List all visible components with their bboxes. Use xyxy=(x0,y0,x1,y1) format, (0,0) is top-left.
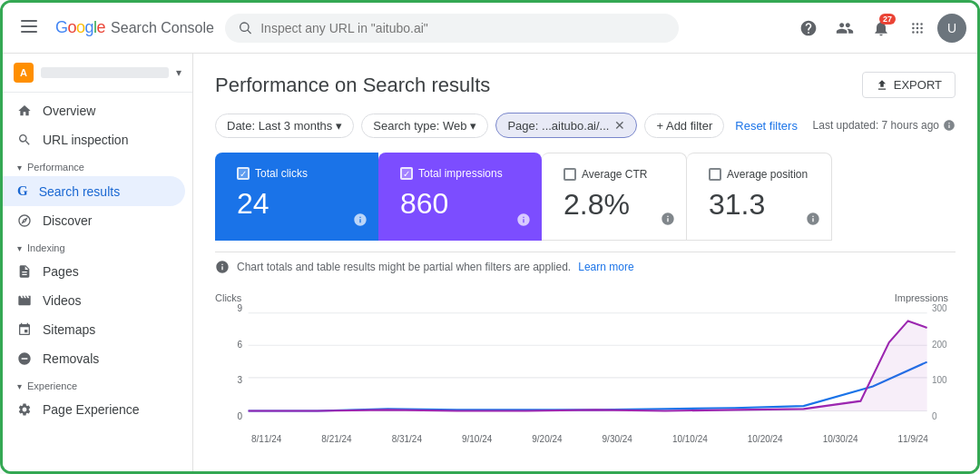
sidebar-item-pages[interactable]: Pages xyxy=(3,257,185,286)
notification-badge: 27 xyxy=(879,14,896,25)
position-checkbox[interactable] xyxy=(709,168,721,181)
export-button[interactable]: EXPORT xyxy=(862,72,956,98)
svg-marker-7 xyxy=(249,321,927,410)
property-dropdown-arrow: ▾ xyxy=(176,66,181,79)
position-info-icon[interactable] xyxy=(806,212,820,229)
url-search-input[interactable] xyxy=(260,21,664,35)
overview-label: Overview xyxy=(43,104,95,118)
indexing-section-label: Indexing xyxy=(27,242,65,253)
chart-svg xyxy=(215,303,956,430)
sitemaps-label: Sitemaps xyxy=(43,322,95,337)
page-experience-label: Page Experience xyxy=(43,402,140,417)
logo-subtitle: Search Console xyxy=(111,20,214,36)
url-inspect-icon xyxy=(17,133,32,147)
performance-section-label: Performance xyxy=(27,162,84,173)
search-bar-icon xyxy=(240,22,251,35)
impressions-value: 860 xyxy=(400,187,520,221)
menu-icon[interactable] xyxy=(14,11,44,44)
notifications-button[interactable]: 27 xyxy=(865,12,897,44)
videos-icon xyxy=(17,293,32,308)
sidebar-item-overview[interactable]: Overview xyxy=(3,96,185,125)
body-area: A ▾ Overview URL inspection ▾ xyxy=(3,54,977,471)
section-indexing[interactable]: ▾ Indexing xyxy=(3,235,192,257)
chart-y-label-clicks: Clicks xyxy=(215,292,241,303)
main-content: Performance on Search results EXPORT Dat… xyxy=(193,54,977,471)
position-label: Average position xyxy=(709,168,809,181)
last-updated: Last updated: 7 hours ago xyxy=(813,119,956,132)
experience-section-label: Experience xyxy=(27,380,77,391)
info-banner-icon xyxy=(215,260,230,274)
help-button[interactable] xyxy=(792,12,825,44)
user-avatar[interactable]: U xyxy=(937,14,966,43)
logo-area: Google Search Console xyxy=(55,18,214,37)
sidebar-item-search-results[interactable]: G Search results xyxy=(3,176,185,206)
metric-cards: ✓ Total clicks 24 ✓ Total impressions 86… xyxy=(215,153,956,241)
discover-label: Discover xyxy=(43,213,92,228)
filters-row: Date: Last 3 months ▾ Search type: Web ▾… xyxy=(215,113,956,138)
page-filter-label: Page: ...aitubo.ai/... xyxy=(507,119,609,133)
page-title: Performance on Search results xyxy=(215,74,490,97)
metric-average-ctr[interactable]: Average CTR 2.8% xyxy=(542,153,687,241)
info-banner-text: Chart totals and table results might be … xyxy=(237,261,571,273)
date-filter-chip[interactable]: Date: Last 3 months ▾ xyxy=(215,114,354,138)
sitemaps-icon xyxy=(17,322,32,337)
page-filter-close[interactable]: ✕ xyxy=(614,118,625,133)
url-search-bar[interactable] xyxy=(225,14,679,43)
removals-icon xyxy=(17,351,32,366)
topbar: Google Search Console xyxy=(3,3,977,54)
videos-label: Videos xyxy=(43,293,82,308)
learn-more-link[interactable]: Learn more xyxy=(578,261,633,273)
impressions-label: ✓ Total impressions xyxy=(400,167,520,180)
experience-caret: ▾ xyxy=(17,381,22,391)
apps-button[interactable] xyxy=(901,12,934,44)
section-experience[interactable]: ▾ Experience xyxy=(3,373,192,395)
property-name xyxy=(41,67,169,78)
sidebar-item-sitemaps[interactable]: Sitemaps xyxy=(3,315,185,344)
clicks-value: 24 xyxy=(237,187,357,221)
ctr-label: Average CTR xyxy=(564,168,664,181)
page-filter-chip[interactable]: Page: ...aitubo.ai/... ✕ xyxy=(495,113,637,138)
search-type-filter-chip[interactable]: Search type: Web ▾ xyxy=(361,114,488,138)
svg-rect-0 xyxy=(21,20,37,22)
search-type-label: Search type: Web xyxy=(373,119,466,133)
ctr-checkbox[interactable] xyxy=(564,168,576,181)
date-filter-arrow: ▾ xyxy=(336,119,342,133)
sidebar-item-removals[interactable]: Removals xyxy=(3,344,185,373)
chart-x-labels: 8/11/24 8/21/24 8/31/24 9/10/24 9/20/24 … xyxy=(215,434,956,444)
search-console-users-button[interactable] xyxy=(828,12,861,44)
performance-caret: ▾ xyxy=(17,163,22,173)
url-inspection-label: URL inspection xyxy=(43,133,128,147)
search-results-label: Search results xyxy=(39,184,120,199)
svg-rect-2 xyxy=(21,31,37,33)
sidebar-item-page-experience[interactable]: Page Experience xyxy=(3,395,185,424)
info-banner: Chart totals and table results might be … xyxy=(215,252,956,281)
page-header: Performance on Search results EXPORT xyxy=(215,72,956,98)
metric-total-impressions[interactable]: ✓ Total impressions 860 xyxy=(378,153,542,241)
ctr-info-icon[interactable] xyxy=(661,212,675,229)
add-filter-button[interactable]: + Add filter xyxy=(644,114,724,138)
indexing-caret: ▾ xyxy=(17,243,22,253)
clicks-checkbox[interactable]: ✓ xyxy=(237,167,250,180)
last-updated-info-icon xyxy=(943,119,956,132)
chart-area: Clicks Impressions 9 6 3 0 300 200 100 0 xyxy=(215,285,956,439)
sidebar-item-videos[interactable]: Videos xyxy=(3,286,185,315)
impressions-checkbox[interactable]: ✓ xyxy=(400,167,413,180)
sidebar-item-url-inspection[interactable]: URL inspection xyxy=(3,125,185,154)
impressions-info-icon[interactable] xyxy=(516,212,531,230)
app-container: Google Search Console xyxy=(3,3,977,471)
property-selector[interactable]: A ▾ xyxy=(3,54,192,93)
discover-icon xyxy=(17,213,32,228)
reset-filters-button[interactable]: Reset filters xyxy=(731,114,801,137)
metric-total-clicks[interactable]: ✓ Total clicks 24 xyxy=(215,153,378,241)
section-performance[interactable]: ▾ Performance xyxy=(3,154,192,176)
clicks-label: ✓ Total clicks xyxy=(237,167,357,180)
topbar-right: 27 U xyxy=(792,12,966,44)
export-icon xyxy=(876,79,888,92)
page-experience-icon xyxy=(17,402,32,417)
sidebar-item-discover[interactable]: Discover xyxy=(3,206,185,235)
pages-label: Pages xyxy=(43,264,79,279)
metric-average-position[interactable]: Average position 31.3 xyxy=(687,153,832,241)
property-icon: A xyxy=(14,63,34,83)
pages-icon xyxy=(17,264,32,279)
clicks-info-icon[interactable] xyxy=(353,212,368,230)
